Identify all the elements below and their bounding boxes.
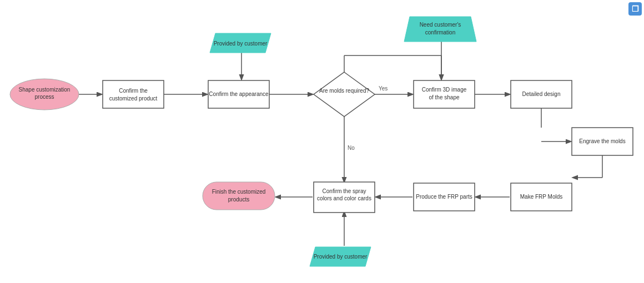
yes-label: Yes — [379, 85, 388, 92]
confirm-spray-label2: colors and color cards — [317, 195, 371, 201]
make-frp-label: Make FRP Molds — [520, 194, 563, 200]
engrave-molds-label: Engrave the molds — [579, 138, 625, 144]
provided-top-label: Provided by customer — [214, 41, 268, 47]
flowchart-diagram: Yes No Need customer's confirmation Shap… — [0, 0, 644, 283]
provided-bottom-label: Provided by customer — [314, 254, 368, 260]
confirm-appearance-label: Confirm the appearance — [209, 91, 269, 97]
finish-label: Finish the customized — [212, 189, 266, 195]
confirm-product-rect — [103, 80, 164, 108]
start-label: Shape customization — [19, 87, 71, 93]
confirm-product-label: Confirm the — [119, 88, 148, 94]
produce-frp-label: Produce the FRP parts — [416, 194, 472, 200]
molds-diamond — [314, 72, 375, 117]
molds-label: Are molds required? — [319, 88, 369, 94]
corner-icon: ❐ — [628, 2, 642, 16]
finish-oval — [203, 182, 275, 210]
confirm-3d-label: Confirm 3D image — [422, 87, 467, 93]
confirm-spray-label: Confirm the spray — [323, 188, 366, 194]
need-confirmation-label2: confirmation — [425, 29, 455, 36]
finish-label2: products — [228, 196, 249, 203]
detailed-design-label: Detailed design — [522, 91, 561, 97]
confirm-product-label2: customized product — [109, 95, 158, 102]
need-confirmation-label: Need customer's — [420, 22, 461, 28]
start-label2: process — [34, 94, 54, 100]
no-label: No — [348, 145, 355, 151]
confirm-3d-label2: of the shape — [429, 94, 459, 100]
